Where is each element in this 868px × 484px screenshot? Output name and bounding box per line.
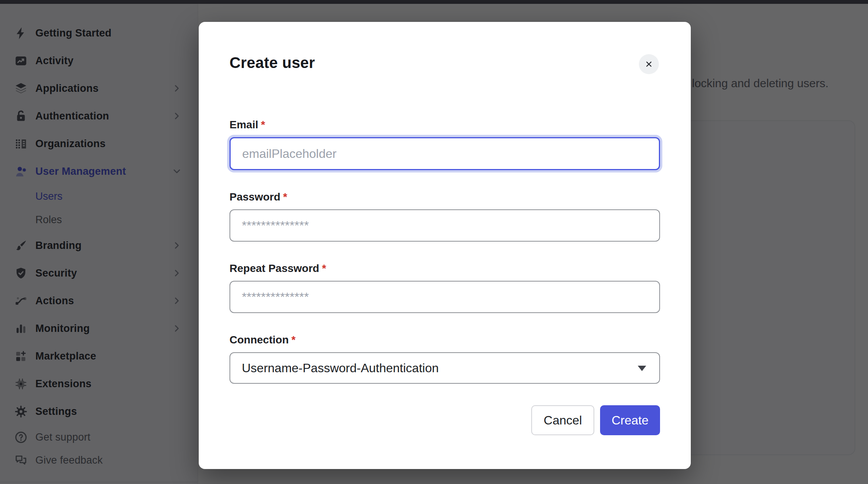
create-user-modal: Create user Email* Password* Repeat Pass… (199, 22, 691, 469)
email-input[interactable] (229, 137, 660, 170)
connection-label-text: Connection (229, 334, 289, 346)
repeat-password-field-group: Repeat Password* (229, 263, 660, 313)
connection-select[interactable]: Username-Password-Authentication (229, 352, 660, 384)
create-user-page: { "colors": { "accent": "#4a53d9", "focu… (0, 0, 868, 484)
password-field-group: Password* (229, 191, 660, 242)
required-asterisk: * (261, 119, 265, 131)
connection-label: Connection* (229, 334, 660, 346)
password-label-text: Password (229, 191, 280, 203)
email-field-group: Email* (229, 119, 660, 170)
repeat-password-input[interactable] (229, 281, 660, 313)
required-asterisk: * (291, 334, 296, 346)
password-input[interactable] (229, 209, 660, 242)
close-icon (644, 59, 654, 69)
required-asterisk: * (283, 191, 287, 203)
cancel-button[interactable]: Cancel (531, 405, 594, 435)
password-label: Password* (229, 191, 660, 203)
email-label: Email* (229, 119, 660, 131)
email-label-text: Email (229, 119, 258, 131)
modal-actions: Cancel Create (229, 405, 660, 435)
create-button[interactable]: Create (600, 405, 660, 435)
repeat-password-label: Repeat Password* (229, 263, 660, 274)
repeat-password-label-text: Repeat Password (229, 262, 319, 274)
required-asterisk: * (322, 262, 326, 274)
modal-title: Create user (229, 54, 660, 71)
connection-select-wrap: Username-Password-Authentication (229, 352, 660, 384)
connection-field-group: Connection* Username-Password-Authentica… (229, 334, 660, 384)
close-button[interactable] (639, 54, 659, 74)
